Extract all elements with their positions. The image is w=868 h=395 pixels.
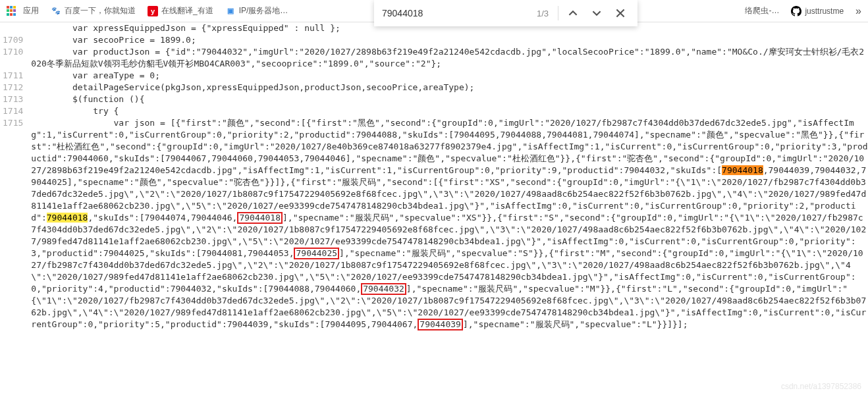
github-icon bbox=[791, 6, 801, 16]
bookmark-label: 百度一下，你就知道 bbox=[65, 5, 136, 16]
annotation-box: 79044025 bbox=[294, 248, 339, 259]
find-count: 1/3 bbox=[537, 9, 549, 18]
search-match: 79044018 bbox=[47, 213, 88, 223]
annotation-box: 79044039 bbox=[418, 319, 463, 330]
code-line: var json = [{"first":"颜色","second":[{"fi… bbox=[31, 117, 868, 330]
y-icon: y bbox=[148, 6, 158, 16]
code-area: 17091710 17111712171317141715 var xpress… bbox=[0, 22, 868, 330]
find-next-button[interactable] bbox=[587, 4, 606, 22]
bookmark-github[interactable]: justtrustme bbox=[791, 6, 844, 16]
code-line: $(function (){ bbox=[31, 93, 868, 105]
apps-label: 应用 bbox=[23, 5, 39, 16]
paw-icon: 🐾 bbox=[51, 6, 61, 16]
chevron-down-icon bbox=[592, 9, 601, 18]
bookmark-baidu[interactable]: 🐾 百度一下，你就知道 bbox=[51, 5, 136, 16]
find-close-button[interactable] bbox=[611, 4, 630, 22]
bookmark-label: 在线翻译_有道 bbox=[161, 5, 213, 16]
bookmark-crawler[interactable]: 络爬虫-… bbox=[745, 5, 779, 16]
chevron-up-icon bbox=[568, 9, 578, 18]
bookmark-youdao[interactable]: y 在线翻译_有道 bbox=[148, 5, 213, 16]
more-bookmarks-button[interactable]: » bbox=[855, 5, 861, 17]
code-line: detailPageService(pkgJson,xpressEquipped… bbox=[31, 82, 868, 93]
code-line: try { bbox=[31, 105, 868, 117]
find-prev-button[interactable] bbox=[564, 4, 582, 22]
separator bbox=[558, 6, 558, 20]
apps-icon bbox=[7, 6, 17, 16]
bookmark-label: IP/服务器地… bbox=[239, 5, 288, 16]
line-numbers: 17091710 17111712171317141715 bbox=[0, 22, 28, 330]
close-icon bbox=[616, 9, 625, 18]
apps-button[interactable]: 应用 bbox=[7, 5, 39, 16]
find-input[interactable] bbox=[382, 8, 531, 18]
search-match-current: 79044018 bbox=[722, 165, 763, 175]
bookmark-label: 络爬虫-… bbox=[745, 5, 779, 16]
bookmark-label: justtrustme bbox=[805, 7, 844, 16]
find-bar: 1/3 bbox=[374, 0, 637, 26]
code-line: var productJson = {"id":"79044032","imgU… bbox=[31, 46, 868, 70]
watermark: csdn.net/a1397852386 bbox=[781, 382, 861, 391]
code-line: var secooPrice = 1899.0; bbox=[31, 34, 868, 46]
code-content[interactable]: var xpressEquippedJson = {"xpressEquippe… bbox=[28, 22, 868, 330]
code-line: var areaType = 0; bbox=[31, 70, 868, 82]
bookmark-ip[interactable]: ▣ IP/服务器地… bbox=[225, 5, 288, 16]
annotation-box: 79044018 bbox=[237, 212, 283, 224]
box-icon: ▣ bbox=[225, 6, 236, 16]
annotation-box: 79044032 bbox=[361, 283, 406, 295]
